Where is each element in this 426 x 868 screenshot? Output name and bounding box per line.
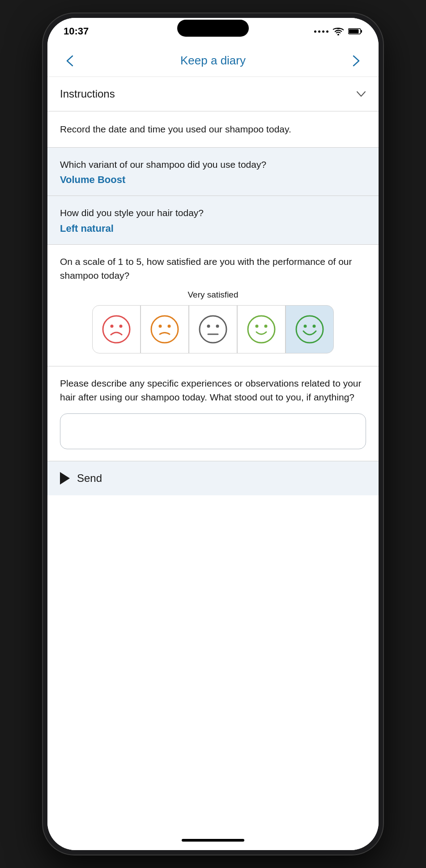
- home-indicator: [47, 830, 379, 850]
- answer-link-2[interactable]: Left natural: [60, 223, 114, 234]
- svg-rect-1: [349, 30, 359, 34]
- status-time: 10:37: [64, 26, 89, 37]
- svg-point-4: [111, 324, 114, 328]
- status-icons: [314, 27, 362, 35]
- rating-emoji-3[interactable]: [189, 305, 237, 353]
- battery-icon: [348, 27, 362, 35]
- svg-point-8: [168, 324, 171, 328]
- svg-point-9: [200, 316, 226, 343]
- question-text-2: How did you style your hair today?: [60, 206, 366, 220]
- back-button[interactable]: [60, 51, 80, 71]
- svg-point-11: [216, 324, 219, 328]
- very-dissatisfied-face-icon: [102, 315, 131, 344]
- info-row: Record the date and time you used our sh…: [47, 111, 379, 148]
- dissatisfied-face-icon: [150, 315, 179, 344]
- send-icon: [60, 472, 70, 485]
- open-text-row: Please describe any specific experiences…: [47, 366, 379, 461]
- question-row-1[interactable]: Which variant of our shampoo did you use…: [47, 148, 379, 196]
- instructions-label: Instructions: [60, 88, 115, 100]
- svg-point-5: [119, 324, 123, 328]
- send-label: Send: [77, 472, 102, 485]
- forward-button[interactable]: [346, 51, 366, 71]
- svg-point-10: [207, 324, 210, 328]
- neutral-face-icon: [199, 315, 227, 344]
- rating-question-text: On a scale of 1 to 5, how satisfied are …: [60, 255, 366, 283]
- very-satisfied-face-icon: [295, 315, 324, 344]
- open-text-input[interactable]: [60, 413, 366, 449]
- svg-point-14: [256, 324, 259, 328]
- svg-point-16: [296, 316, 323, 343]
- rating-emoji-5[interactable]: [285, 305, 334, 353]
- instructions-row[interactable]: Instructions: [47, 77, 379, 111]
- send-row[interactable]: Send: [47, 461, 379, 495]
- question-row-2[interactable]: How did you style your hair today? Left …: [47, 196, 379, 245]
- question-text-1: Which variant of our shampoo did you use…: [60, 157, 366, 172]
- rating-emoji-4[interactable]: [237, 305, 285, 353]
- svg-point-15: [264, 324, 268, 328]
- phone-screen: 10:37: [47, 18, 379, 850]
- dynamic-island: [177, 20, 249, 37]
- rating-selected-label: Very satisfied: [60, 290, 366, 300]
- answer-link-1[interactable]: Volume Boost: [60, 174, 125, 185]
- rating-emoji-1[interactable]: [92, 305, 141, 353]
- rating-emoji-2[interactable]: [141, 305, 189, 353]
- svg-point-6: [151, 316, 178, 343]
- svg-point-17: [304, 324, 307, 328]
- svg-point-13: [248, 316, 275, 343]
- chevron-down-icon: [356, 89, 366, 99]
- info-text: Record the date and time you used our sh…: [60, 122, 366, 136]
- svg-point-7: [159, 324, 162, 328]
- page-title: Keep a diary: [180, 54, 246, 68]
- content-area: Instructions Record the date and time yo…: [47, 77, 379, 830]
- signal-dots-icon: [314, 30, 328, 33]
- phone-frame: 10:37: [43, 13, 383, 855]
- satisfied-face-icon: [247, 315, 276, 344]
- open-text-question: Please describe any specific experiences…: [60, 376, 366, 404]
- rating-row: On a scale of 1 to 5, how satisfied are …: [47, 245, 379, 366]
- svg-point-18: [313, 324, 316, 328]
- rating-emojis-group: [60, 305, 366, 353]
- svg-point-3: [103, 316, 130, 343]
- home-bar: [182, 839, 244, 842]
- wifi-icon: [333, 27, 344, 35]
- nav-header: Keep a diary: [47, 45, 379, 77]
- svg-rect-2: [361, 30, 362, 33]
